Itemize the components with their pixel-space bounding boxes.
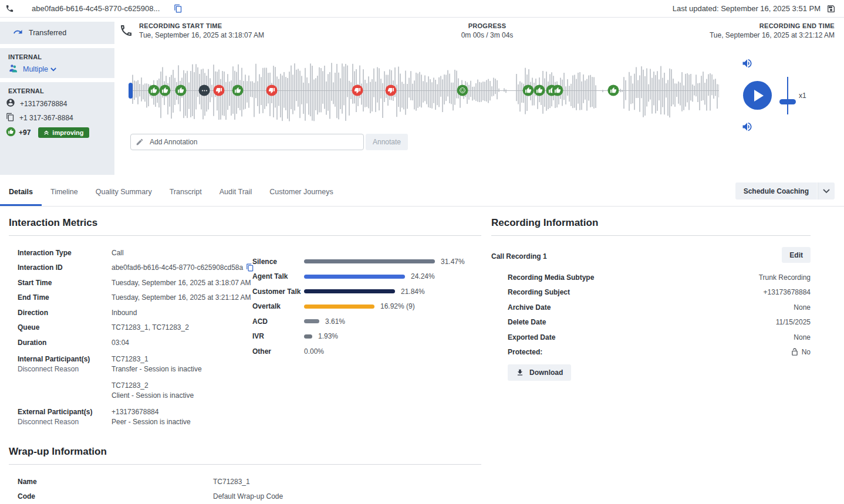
edit-button[interactable]: Edit — [782, 247, 811, 263]
marker-positive[interactable] — [534, 85, 545, 96]
progress-value: 0m 00s / 3m 04s — [437, 31, 537, 39]
marker-positive[interactable] — [175, 85, 187, 96]
metric-bar-row: Other 0.00% — [252, 344, 475, 359]
save-icon[interactable] — [826, 4, 836, 13]
wrapup-value: Default Wrap-up Code — [213, 492, 283, 500]
details-panel: Interaction Metrics Interaction Type Cal… — [0, 207, 844, 504]
copy-pages-icon[interactable] — [6, 113, 15, 123]
participant-name: TC71283_2 — [112, 381, 202, 390]
waveform[interactable] — [130, 56, 719, 126]
metric-label: Agent Talk — [252, 272, 304, 280]
download-button[interactable]: Download — [508, 364, 571, 381]
metric-value: 21.84% — [401, 287, 425, 296]
tab-timeline[interactable]: Timeline — [42, 177, 87, 206]
top-bar: abe0fad6-b616-4c45-8770-c625908... Last … — [0, 0, 844, 18]
marker-positive[interactable] — [232, 85, 243, 96]
metric-bar-row: Agent Talk 24.24% — [252, 269, 475, 285]
metric-label: Customer Talk — [252, 287, 304, 296]
volume-slider-handle[interactable] — [779, 99, 796, 104]
field-value: 03:04 — [112, 339, 129, 347]
field-label: Direction — [18, 309, 112, 317]
participant-reason: Client - Session is inactive — [112, 391, 202, 400]
transferred-label: Transferred — [29, 29, 66, 37]
marker-positive[interactable] — [160, 85, 171, 96]
playback-speed-label: x1 — [799, 92, 806, 100]
internal-multiple-link[interactable]: Multiple — [23, 65, 56, 73]
field-value: Call — [112, 249, 124, 257]
sentiment-thumb-up-icon — [6, 127, 16, 138]
recording-field-row: Delete Date 11/15/2025 — [508, 315, 811, 330]
recording-information-section: Recording Information Call Recording 1 E… — [491, 217, 811, 381]
metric-bar-row: Overtalk 16.92% (9) — [252, 299, 475, 314]
download-label: Download — [529, 368, 563, 377]
interaction-metrics-section: Interaction Metrics Interaction Type Cal… — [9, 217, 481, 434]
volume-up-icon-secondary[interactable] — [741, 121, 753, 135]
marker-comment[interactable] — [199, 85, 210, 96]
metric-value: 24.24% — [411, 272, 435, 280]
recording-field-label: Exported Date — [508, 333, 555, 341]
tab-quality-summary[interactable]: Quality Summary — [87, 177, 161, 206]
external-heading: EXTERNAL — [8, 87, 106, 94]
tab-bar: Details Timeline Quality Summary Transcr… — [0, 177, 844, 207]
marker-positive[interactable] — [608, 85, 619, 96]
marker-negative[interactable] — [266, 85, 277, 96]
marker-smiley[interactable] — [457, 85, 468, 96]
play-button[interactable] — [743, 81, 772, 110]
marker-negative[interactable] — [386, 85, 397, 96]
metric-value: 1.93% — [318, 332, 338, 340]
metric-bar — [304, 305, 374, 309]
copy-id-icon[interactable] — [174, 4, 183, 13]
field-label: Interaction ID — [18, 263, 112, 272]
tab-audit-trail[interactable]: Audit Trail — [211, 177, 261, 206]
transferred-card: Transferred — [0, 22, 114, 44]
metric-label: Overtalk — [252, 302, 304, 310]
call-icon — [5, 4, 14, 13]
marker-positive[interactable] — [552, 85, 563, 96]
recording-field-row: Archive Date None — [508, 300, 811, 315]
recording-phone-icon — [119, 23, 133, 40]
tab-details[interactable]: Details — [0, 177, 42, 206]
volume-up-icon[interactable] — [741, 57, 753, 72]
sentiment-trend-badge[interactable]: improving — [38, 127, 89, 138]
recording-field-value: Trunk Recording — [759, 273, 811, 282]
contact-person-icon — [6, 98, 15, 109]
play-icon — [754, 90, 764, 102]
metric-bar — [304, 259, 435, 263]
marker-negative[interactable] — [352, 85, 363, 96]
playhead[interactable] — [129, 83, 133, 99]
wrapup-title: Wrap-up Information — [9, 446, 481, 465]
protected-label: Protected: — [508, 348, 542, 356]
wrapup-row: Code Default Wrap-up Code — [18, 489, 481, 504]
participant-name: +13173678884 — [112, 408, 191, 416]
tab-customer-journeys[interactable]: Customer Journeys — [261, 177, 342, 206]
volume-slider[interactable] — [787, 77, 788, 114]
recording-field-label: Recording Media Subtype — [508, 273, 594, 282]
sentiment-score: +97 — [19, 128, 31, 137]
field-label: Duration — [18, 339, 112, 347]
metric-bar — [304, 275, 405, 279]
annotation-input[interactable] — [130, 134, 364, 150]
tab-transcript[interactable]: Transcript — [161, 177, 211, 206]
participant-name: TC71283_1 — [112, 355, 202, 363]
recording-end-block: RECORDING END TIME Tue, September 16, 20… — [710, 22, 835, 39]
field-label: Start Time — [18, 279, 112, 287]
field-label: End Time — [18, 293, 112, 302]
recording-information-title: Recording Information — [491, 217, 811, 236]
schedule-coaching-button[interactable]: Schedule Coaching — [735, 182, 817, 199]
recording-field-value: None — [794, 333, 811, 341]
recording-start-label: RECORDING START TIME — [139, 22, 264, 29]
marker-positive[interactable] — [148, 85, 160, 96]
metric-value: 16.92% (9) — [380, 302, 415, 310]
interaction-metrics-title: Interaction Metrics — [9, 217, 481, 236]
marker-negative[interactable] — [214, 85, 225, 96]
recording-start-value: Tue, September 16, 2025 at 3:18:07 AM — [139, 31, 264, 39]
metric-bar-row: Customer Talk 21.84% — [252, 284, 475, 299]
marker-positive[interactable] — [523, 85, 534, 96]
internal-participants-row: Internal Participant(s) Disconnect Reaso… — [18, 355, 481, 408]
wrapup-row: Name TC71283_1 — [18, 474, 481, 489]
participant-reason: Peer - Session is inactive — [112, 418, 191, 426]
progress-block: PROGRESS 0m 00s / 3m 04s — [437, 22, 537, 39]
double-chevron-up-icon — [43, 130, 49, 136]
annotate-button[interactable]: Annotate — [366, 134, 408, 150]
schedule-coaching-dropdown[interactable] — [818, 182, 835, 199]
